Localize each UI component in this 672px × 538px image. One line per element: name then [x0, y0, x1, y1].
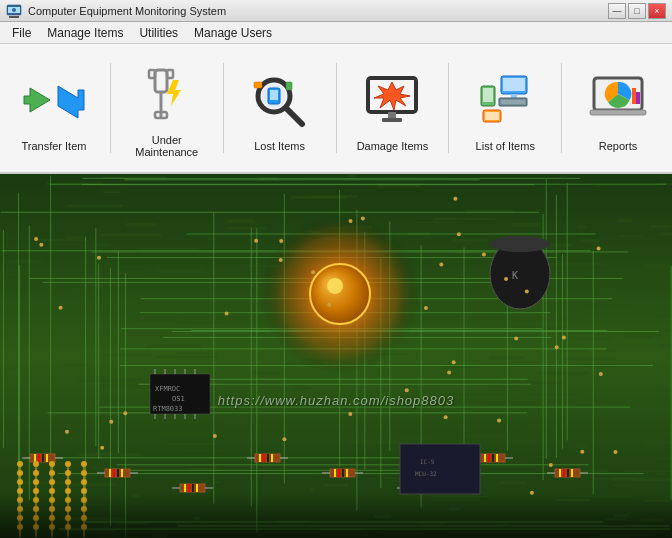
transfer-label: Transfer Item [21, 140, 86, 152]
maintenance-label: Under Maintenance [127, 134, 207, 158]
svg-rect-8 [167, 70, 173, 78]
svg-line-14 [286, 108, 302, 124]
separator-2 [223, 63, 224, 153]
menu-utilities[interactable]: Utilities [131, 24, 186, 42]
svg-point-3 [12, 8, 16, 12]
lost-label: Lost Items [254, 140, 305, 152]
svg-rect-23 [382, 118, 402, 122]
svg-rect-25 [503, 78, 525, 91]
svg-rect-17 [254, 82, 262, 88]
damage-icon [356, 64, 428, 136]
toolbar-transfer-item[interactable]: Transfer Item [10, 60, 98, 156]
maximize-button[interactable]: □ [628, 3, 646, 19]
title-bar: Computer Equipment Monitoring System — □… [0, 0, 672, 22]
reports-icon [582, 64, 654, 136]
damage-label: Damage Items [357, 140, 429, 152]
transfer-icon [18, 64, 90, 136]
svg-rect-38 [590, 110, 646, 115]
list-icon [469, 64, 541, 136]
svg-marker-4 [24, 88, 50, 112]
svg-rect-36 [632, 88, 636, 104]
toolbar-reports[interactable]: Reports [574, 60, 662, 156]
svg-rect-18 [286, 82, 292, 90]
svg-marker-5 [58, 86, 84, 118]
maintenance-icon [131, 58, 203, 130]
svg-rect-30 [483, 88, 493, 102]
svg-rect-16 [270, 90, 278, 100]
svg-marker-11 [167, 80, 181, 106]
app-icon [6, 3, 22, 19]
separator-3 [336, 63, 337, 153]
circuit-background [0, 174, 672, 538]
close-button[interactable]: × [648, 3, 666, 19]
svg-rect-7 [149, 70, 155, 78]
svg-rect-1 [9, 16, 19, 18]
list-label: List of Items [476, 140, 535, 152]
watermark: https://www.huzhan.com/ishop8803 [218, 393, 455, 408]
svg-rect-32 [485, 112, 499, 120]
svg-rect-22 [388, 112, 396, 118]
svg-rect-6 [155, 70, 167, 92]
toolbar-damage-items[interactable]: Damage Items [348, 60, 436, 156]
window-controls[interactable]: — □ × [608, 3, 666, 19]
minimize-button[interactable]: — [608, 3, 626, 19]
app-title: Computer Equipment Monitoring System [28, 5, 602, 17]
menu-file[interactable]: File [4, 24, 39, 42]
toolbar: Transfer Item Under Maintenance [0, 44, 672, 174]
separator-5 [561, 63, 562, 153]
separator-4 [448, 63, 449, 153]
lost-icon [244, 64, 316, 136]
svg-rect-37 [636, 92, 640, 104]
main-content: https://www.huzhan.com/ishop8803 [0, 174, 672, 538]
menu-manage-items[interactable]: Manage Items [39, 24, 131, 42]
toolbar-maintenance[interactable]: Under Maintenance [123, 54, 211, 162]
menu-manage-users[interactable]: Manage Users [186, 24, 280, 42]
toolbar-lost-items[interactable]: Lost Items [236, 60, 324, 156]
svg-rect-28 [501, 100, 525, 104]
menu-bar: File Manage Items Utilities Manage Users [0, 22, 672, 44]
svg-rect-26 [511, 94, 517, 98]
toolbar-list-items[interactable]: List of Items [461, 60, 549, 156]
separator-1 [110, 63, 111, 153]
reports-label: Reports [599, 140, 638, 152]
